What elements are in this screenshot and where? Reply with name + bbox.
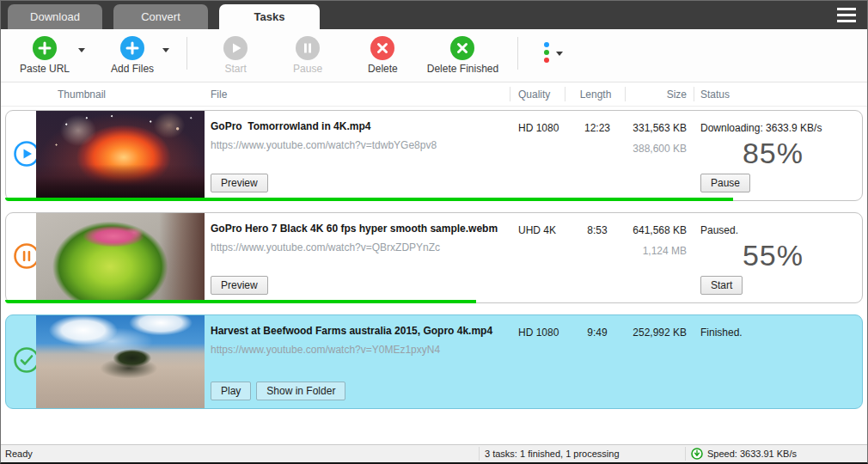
- tractor-dusty-field-thumbnail: [36, 315, 205, 408]
- delete-finished-label: Delete Finished: [427, 63, 498, 75]
- status-ready: Ready: [5, 449, 33, 459]
- size-downloaded: 252,992 KB: [608, 327, 687, 339]
- fireworks-show-thumbnail: [36, 111, 205, 200]
- download-circle-icon: [691, 448, 703, 460]
- play-button[interactable]: Play: [211, 382, 251, 400]
- add-files-button[interactable]: Add Files: [102, 36, 162, 75]
- size-value: 641,568 KB 1,124 MB: [608, 224, 687, 257]
- delete-label: Delete: [368, 63, 398, 75]
- app-window: Download Convert Tasks Paste URL Add Fil…: [0, 0, 868, 464]
- toolbar: Paste URL Add Files Start Pause: [1, 29, 867, 82]
- pause-task-button[interactable]: Pause: [700, 174, 750, 192]
- paste-url-dropdown-icon[interactable]: [78, 48, 85, 52]
- status-bar: Ready 3 tasks: 1 finished, 1 processing …: [1, 444, 867, 462]
- column-status[interactable]: Status: [700, 89, 730, 101]
- size-total: 1,124 MB: [608, 245, 687, 257]
- paste-url-button[interactable]: Paste URL: [11, 36, 78, 75]
- toolbar-separator: [517, 37, 518, 70]
- size-total: 388,600 KB: [608, 143, 687, 155]
- tab-download-label: Download: [30, 10, 80, 23]
- column-file[interactable]: File: [211, 89, 227, 101]
- file-info: Harvest at Beefwood Farms australia 2015…: [211, 325, 511, 400]
- show-in-folder-button[interactable]: Show in Folder: [256, 382, 345, 400]
- start-label: Start: [224, 63, 246, 75]
- header-separator: [625, 87, 626, 101]
- header-separator: [510, 87, 510, 101]
- three-dots-menu-icon[interactable]: [544, 42, 549, 63]
- column-size[interactable]: Size: [608, 89, 687, 101]
- pause-button[interactable]: Pause: [270, 36, 345, 75]
- column-thumbnail[interactable]: Thumbnail: [58, 89, 106, 101]
- status-speed: Speed: 3633.91 KB/s: [691, 445, 797, 462]
- header-separator: [565, 87, 565, 101]
- toolbar-separator: [186, 37, 187, 70]
- size-value: 331,563 KB 388,600 KB: [608, 122, 687, 155]
- status-text: Downloading: 3633.9 KB/s: [700, 122, 822, 134]
- paste-url-label: Paste URL: [20, 63, 70, 75]
- progress-percent: 85%: [692, 137, 804, 170]
- plus-circle-icon: [33, 36, 57, 60]
- more-dropdown-icon[interactable]: [556, 52, 563, 56]
- table-header: Thumbnail File Quality Length Size Statu…: [1, 82, 867, 107]
- tab-download[interactable]: Download: [8, 4, 102, 29]
- size-downloaded: 641,568 KB: [608, 224, 687, 236]
- size-value: 252,992 KB: [608, 327, 687, 339]
- task-row-finished[interactable]: Harvest at Beefwood Farms australia 2015…: [5, 314, 863, 409]
- quality-value: HD 1080: [518, 327, 559, 339]
- quality-value: UHD 4K: [518, 224, 556, 236]
- play-circle-icon: [223, 36, 248, 60]
- task-row-paused[interactable]: GoPro Hero 7 Black 4K 60 fps hyper smoot…: [5, 212, 863, 303]
- status-task-summary: 3 tasks: 1 finished, 1 processing: [485, 449, 620, 459]
- file-name: Harvest at Beefwood Farms australia 2015…: [211, 325, 511, 337]
- pause-label: Pause: [293, 63, 322, 75]
- add-files-label: Add Files: [111, 63, 154, 75]
- hamburger-menu-icon[interactable]: [837, 8, 856, 22]
- quality-value: HD 1080: [518, 122, 559, 134]
- titlebar: Download Convert Tasks: [1, 1, 867, 29]
- status-text: Paused.: [700, 224, 738, 236]
- tab-convert[interactable]: Convert: [113, 4, 208, 29]
- start-task-button[interactable]: Start: [700, 276, 743, 295]
- tab-tasks[interactable]: Tasks: [219, 4, 320, 29]
- progress-percent: 55%: [692, 239, 804, 272]
- pause-circle-icon: [296, 36, 320, 60]
- delete-finished-button[interactable]: Delete Finished: [420, 36, 505, 75]
- plus-circle-icon: [120, 36, 144, 60]
- progress-bar: [5, 198, 733, 201]
- task-row-downloading[interactable]: GoPro Tomorrowland in 4K.mp4 https://www…: [5, 110, 863, 201]
- file-info: GoPro Tomorrowland in 4K.mp4 https://www…: [211, 120, 511, 192]
- tab-tasks-label: Tasks: [254, 10, 285, 23]
- x-circle-icon: [370, 36, 394, 60]
- flower-planter-street-thumbnail: [36, 213, 205, 302]
- progress-bar: [5, 300, 476, 303]
- status-speed-text: Speed: 3633.91 KB/s: [707, 449, 797, 459]
- file-name: GoPro Hero 7 Black 4K 60 fps hyper smoot…: [211, 223, 511, 235]
- preview-button[interactable]: Preview: [211, 276, 268, 295]
- file-url: https://www.youtube.com/watch?v=QBrxZDPY…: [211, 241, 511, 253]
- status-text: Finished.: [700, 327, 743, 339]
- x-circle-icon: [450, 36, 474, 60]
- file-name: GoPro Tomorrowland in 4K.mp4: [211, 120, 511, 132]
- delete-button[interactable]: Delete: [345, 36, 420, 75]
- statusbar-separator: [685, 447, 686, 461]
- preview-button[interactable]: Preview: [211, 174, 268, 192]
- add-files-dropdown-icon[interactable]: [162, 48, 169, 52]
- file-url: https://www.youtube.com/watch?v=tdwbYGe8…: [211, 139, 511, 151]
- tab-convert-label: Convert: [141, 10, 180, 23]
- statusbar-separator: [479, 447, 480, 461]
- header-separator: [694, 87, 694, 101]
- file-info: GoPro Hero 7 Black 4K 60 fps hyper smoot…: [211, 223, 511, 295]
- start-button[interactable]: Start: [201, 36, 270, 75]
- file-url: https://www.youtube.com/watch?v=Y0MEz1px…: [211, 344, 511, 356]
- size-downloaded: 331,563 KB: [608, 122, 687, 134]
- task-list: GoPro Tomorrowland in 4K.mp4 https://www…: [1, 107, 867, 409]
- column-quality[interactable]: Quality: [518, 89, 550, 101]
